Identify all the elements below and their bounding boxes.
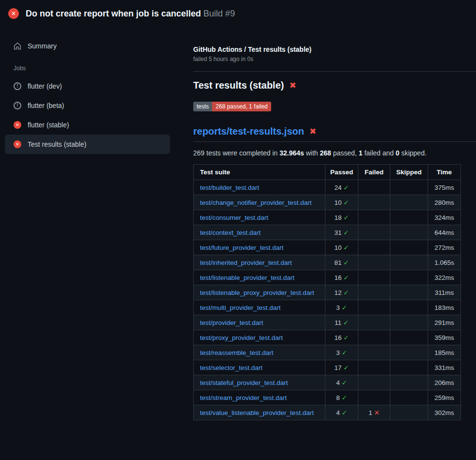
sidebar-item-summary[interactable]: Summary (5, 37, 170, 55)
time-cell: 324ms (428, 210, 461, 225)
test-suite-link[interactable]: test/listenable_proxy_provider_test.dart (200, 289, 314, 296)
failed-cell (358, 270, 390, 285)
table-row: test/reassemble_test.dart3 ✓185ms (194, 345, 461, 360)
suite-cell: test/selector_test.dart (194, 360, 325, 375)
skipped-cell (390, 375, 428, 390)
test-suite-link[interactable]: test/change_notifier_provider_test.dart (200, 199, 311, 206)
skipped-cell (390, 300, 428, 315)
suite-cell: test/stream_provider_test.dart (194, 390, 325, 405)
check-icon: ✓ (343, 214, 349, 221)
passed-cell: 8 ✓ (325, 390, 358, 405)
test-suite-link[interactable]: test/consumer_test.dart (200, 214, 268, 221)
test-suite-link[interactable]: test/provider_test.dart (200, 319, 263, 326)
skipped-cell (390, 210, 428, 225)
check-icon: ✓ (343, 289, 349, 296)
column-header-test-suite: Test suite (194, 165, 325, 180)
job-label: Test results (stable) (28, 140, 86, 148)
passed-cell: 4 ✓ (325, 405, 358, 420)
check-icon: ✓ (341, 409, 347, 416)
failed-cell (358, 375, 390, 390)
failed-cell (358, 255, 390, 270)
time-cell: 280ms (428, 195, 461, 210)
test-suite-link[interactable]: test/builder_test.dart (200, 184, 259, 191)
build-header: ✕ Do not create report when job is cance… (0, 0, 476, 27)
skipped-cell (390, 180, 428, 195)
skipped-cell (390, 195, 428, 210)
sidebar-item-flutter-stable[interactable]: ✕flutter (stable) (5, 115, 170, 135)
test-suite-link[interactable]: test/listenable_provider_test.dart (200, 274, 294, 281)
check-icon: ✓ (341, 304, 347, 311)
skipped-cell (390, 390, 428, 405)
summary-passed-count: 268 (320, 149, 331, 157)
time-cell: 291ms (428, 315, 461, 330)
test-suite-link[interactable]: test/reassemble_test.dart (200, 349, 274, 356)
x-circle-icon: ✕ (8, 8, 19, 19)
section-title: Test results (stable)✖ (193, 80, 476, 91)
test-suite-link[interactable]: test/future_provider_test.dart (200, 244, 284, 251)
skipped-cell (390, 345, 428, 360)
sidebar-item-flutter-dev[interactable]: !flutter (dev) (5, 77, 170, 96)
table-row: test/proxy_provider_test.dart16 ✓359ms (194, 330, 461, 345)
main-content: GitHub Actions / Test results (stable) f… (193, 27, 476, 420)
suite-cell: test/inherited_provider_test.dart (194, 255, 325, 270)
time-cell: 206ms (428, 375, 461, 390)
passed-cell: 24 ✓ (325, 180, 358, 195)
suite-cell: test/listenable_provider_test.dart (194, 270, 325, 285)
table-row: test/listenable_proxy_provider_test.dart… (194, 285, 461, 300)
table-row: test/stateful_provider_test.dart4 ✓206ms (194, 375, 461, 390)
skipped-cell (390, 240, 428, 255)
test-suite-link[interactable]: test/stateful_provider_test.dart (200, 379, 288, 386)
passed-cell: 3 ✓ (325, 345, 358, 360)
check-icon: ✓ (343, 274, 349, 281)
table-row: test/multi_provider_test.dart3 ✓183ms (194, 300, 461, 315)
passed-cell: 11 ✓ (325, 315, 358, 330)
jobs-section-label: Jobs (14, 65, 170, 72)
time-cell: 331ms (428, 360, 461, 375)
passed-cell: 31 ✓ (325, 225, 358, 240)
test-suite-link[interactable]: test/proxy_provider_test.dart (200, 334, 283, 341)
test-suite-link[interactable]: test/inherited_provider_test.dart (200, 259, 292, 266)
check-icon: ✓ (343, 334, 349, 341)
time-cell: 302ms (428, 405, 461, 420)
section-title-text: Test results (stable) (193, 80, 284, 91)
column-header-failed: Failed (358, 165, 390, 180)
check-icon: ✓ (341, 349, 347, 356)
run-meta: failed 5 hours ago in 0s (193, 56, 476, 62)
test-suite-link[interactable]: test/multi_provider_test.dart (200, 304, 281, 311)
badge-value: 268 passed, 1 failed (212, 102, 271, 111)
summary-failed-count: 1 (359, 149, 363, 157)
suite-cell: test/multi_provider_test.dart (194, 300, 325, 315)
summary-text: skipped. (399, 149, 427, 157)
sidebar-item-flutter-beta[interactable]: !flutter (beta) (5, 96, 170, 115)
time-cell: 272ms (428, 240, 461, 255)
failed-cell (358, 360, 390, 375)
suite-cell: test/provider_test.dart (194, 315, 325, 330)
failed-cell (358, 195, 390, 210)
table-row: test/consumer_test.dart18 ✓324ms (194, 210, 461, 225)
test-suite-link[interactable]: test/value_listenable_provider_test.dart (200, 409, 314, 416)
skipped-cell (390, 360, 428, 375)
alert-circle-icon: ! (14, 102, 21, 109)
summary-text: with (304, 149, 320, 157)
sidebar-item-test-results-stable[interactable]: ✕Test results (stable) (5, 135, 170, 154)
time-cell: 259ms (428, 390, 461, 405)
table-row: test/future_provider_test.dart10 ✓272ms (194, 240, 461, 255)
build-number: Build #9 (203, 9, 235, 18)
skipped-cell (390, 270, 428, 285)
check-icon: ✓ (343, 319, 349, 326)
failed-x-icon: ✖ (289, 81, 296, 90)
sidebar: Summary Jobs !flutter (dev)!flutter (bet… (0, 27, 193, 154)
failed-cell (358, 345, 390, 360)
summary-skipped-count: 0 (396, 149, 399, 157)
table-row: test/inherited_provider_test.dart81 ✓1.0… (194, 255, 461, 270)
failed-cell (358, 210, 390, 225)
test-suite-link[interactable]: test/selector_test.dart (200, 364, 262, 371)
summary-text: failed and (363, 149, 396, 157)
job-label: flutter (beta) (28, 102, 64, 109)
passed-cell: 81 ✓ (325, 255, 358, 270)
test-suite-link[interactable]: test/stream_provider_test.dart (200, 394, 287, 401)
skipped-cell (390, 255, 428, 270)
failed-cell (358, 300, 390, 315)
report-link[interactable]: reports/test-results.json (193, 126, 304, 137)
test-suite-link[interactable]: test/context_test.dart (200, 229, 261, 236)
